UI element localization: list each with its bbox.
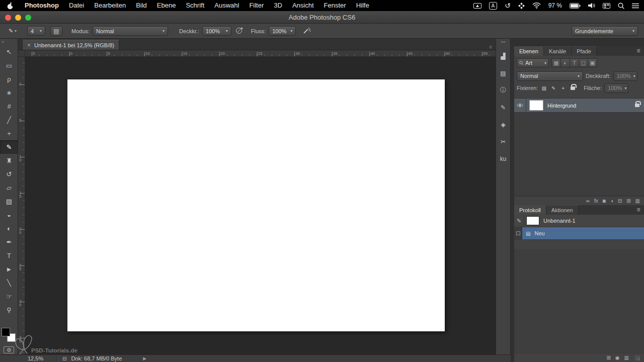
delete-layer-icon[interactable]: ▥ [635,198,640,204]
spotlight-icon[interactable] [618,3,624,9]
zoom-tool[interactable]: ⚲ [0,303,18,317]
snapshot-thumbnail[interactable] [526,216,539,225]
filter-pixel-layers-icon[interactable]: ▦ [551,58,561,67]
menu-item[interactable]: Photoshop [20,0,64,11]
volume-icon[interactable] [588,3,595,9]
pressure-opacity-icon[interactable] [235,27,244,35]
history-brush-source-icon[interactable]: ✎ [514,215,524,227]
brush-presets-panel-icon[interactable]: ✎ [498,103,509,112]
lock-paint-icon[interactable]: ✎ [550,85,557,91]
panel-menu-icon[interactable] [633,46,644,56]
filter-adjustment-layers-icon[interactable]: ◐ [560,58,570,67]
layer-visibility-toggle[interactable] [514,99,526,112]
new-document-from-state-icon[interactable]: ⊞ [606,355,610,360]
tab-aktionen[interactable]: Aktionen [546,205,579,215]
menu-item[interactable]: Bearbeiten [89,0,131,11]
pen-tool[interactable]: ✒ [0,235,18,249]
tab-kanaele[interactable]: Kanäle [544,46,572,56]
quick-selection-tool[interactable]: ∗ [0,86,18,100]
layer-style-icon[interactable]: fx [594,198,598,204]
layer-filter-type-dropdown[interactable]: Art [517,58,549,67]
add-layer-mask-icon[interactable]: ◙ [603,198,606,204]
layer-row-hintergrund[interactable]: Hintergrund [514,99,644,113]
document-tab[interactable]: × Unbenannt-1 bei 12,5% (RGB/8) [22,40,119,50]
lock-all-icon[interactable] [569,86,576,90]
move-tool[interactable]: ↖ [0,45,18,59]
filter-smart-objects-icon[interactable]: ▣ [588,58,597,67]
dock-expand-icon[interactable] [496,39,510,45]
dodge-tool[interactable]: ◐ [0,222,18,235]
layer-opacity-dropdown[interactable]: 100% [613,71,637,81]
path-selection-tool[interactable]: ► [0,262,18,276]
tool-preset-picker[interactable]: ✎ [4,26,21,36]
status-flyout-arrow[interactable] [143,356,146,361]
menu-item[interactable]: Schrift [181,0,209,11]
resize-grip[interactable] [635,355,640,360]
blend-mode-dropdown[interactable]: Normal [93,26,168,36]
lock-transparency-icon[interactable]: ▨ [540,85,547,91]
brush-size-picker[interactable]: 4 [27,26,45,36]
menu-item[interactable]: Datei [64,0,89,11]
color-panel-icon[interactable]: ▤ [498,68,509,78]
filter-shape-layers-icon[interactable]: ◻ [579,58,588,67]
gradient-tool[interactable]: ▧ [0,195,18,208]
layer-thumbnail[interactable] [529,100,543,111]
menu-item[interactable]: 3D [269,0,287,11]
workspace-switcher[interactable]: Grundelemente [572,26,638,36]
menu-item[interactable]: Fenster [319,0,351,11]
screen-mirroring-icon[interactable] [473,3,481,9]
foreground-color-swatch[interactable] [2,328,10,336]
history-state-checkbox[interactable] [514,227,522,239]
menu-item[interactable]: Ebene [152,0,181,11]
quick-mask-button[interactable] [4,346,14,353]
histogram-panel-icon[interactable]: ▟ [498,51,509,61]
document-canvas[interactable] [67,79,445,331]
opacity-dropdown[interactable]: 100% [202,26,231,36]
new-layer-icon[interactable]: ⊞ [626,198,630,204]
history-brush-tool[interactable]: ↺ [0,167,18,181]
wifi-icon[interactable] [532,3,541,9]
new-snapshot-icon[interactable]: ◉ [615,355,620,360]
lock-position-icon[interactable]: + [559,85,567,91]
new-adjustment-layer-icon[interactable]: ◑ [610,198,613,204]
close-tab-icon[interactable]: × [27,42,31,48]
kuler-panel-icon[interactable]: ku [498,154,509,163]
type-tool[interactable]: T [0,249,18,262]
history-snapshot-row[interactable]: ✎ Unbenannt-1 [514,215,644,227]
minimize-window-button[interactable] [15,15,21,21]
brush-panel-toggle[interactable]: ▤ [50,26,62,36]
menu-item[interactable]: Filter [244,0,269,11]
rectangular-marquee-tool[interactable]: ▭ [0,59,18,72]
close-window-button[interactable] [5,15,11,21]
brush-tool[interactable]: ✎ [0,140,18,154]
eraser-tool[interactable]: ▱ [0,181,18,195]
menu-item[interactable]: Hilfe [351,0,374,11]
new-group-icon[interactable]: ⊟ [618,198,622,204]
time-machine-icon[interactable] [505,2,511,9]
clone-stamp-tool[interactable]: ♜ [0,154,18,167]
styles-panel-icon[interactable]: ◈ [498,120,509,129]
tab-ebenen[interactable]: Ebenen [514,46,544,56]
layer-fill-dropdown[interactable]: 100% [604,83,628,93]
history-state-row-neu[interactable]: ▤ Neu [514,227,644,240]
notification-center-icon[interactable] [632,3,639,9]
accessibility-icon[interactable] [518,3,525,9]
line-tool[interactable]: ╲ [0,276,18,290]
mission-control-icon[interactable] [603,3,610,9]
layer-blend-mode-dropdown[interactable]: Normal [517,71,583,81]
input-source-icon[interactable] [489,2,497,10]
zoom-window-button[interactable] [25,15,31,21]
filter-type-layers-icon[interactable]: T [570,58,579,67]
eyedropper-tool[interactable]: ╱ [0,113,18,127]
tab-protokoll[interactable]: Protokoll [514,205,546,215]
flow-dropdown[interactable]: 100% [269,26,296,36]
airbrush-icon[interactable] [303,27,311,35]
panel-menu-icon[interactable] [633,205,644,215]
menu-item[interactable]: Bild [131,0,152,11]
toolbar-collapse-icon[interactable] [0,39,18,45]
link-layers-icon[interactable]: ∞ [586,198,590,204]
info-panel-icon[interactable]: ⓘ [498,85,509,95]
tab-pfade[interactable]: Pfade [572,46,597,56]
delete-state-icon[interactable]: ▥ [624,355,629,360]
menu-item[interactable]: Auswahl [209,0,244,11]
